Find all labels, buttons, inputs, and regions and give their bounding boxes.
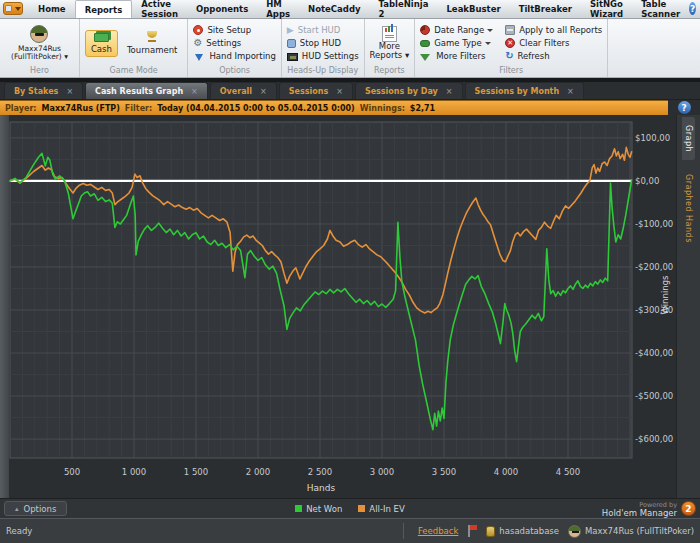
- close-icon[interactable]: ×: [336, 87, 343, 96]
- close-icon[interactable]: ×: [260, 87, 267, 96]
- active-player-status[interactable]: Maxx74Rus (FullTiltPoker): [568, 525, 694, 538]
- application-button[interactable]: [3, 2, 23, 15]
- more-reports-icon: [382, 26, 397, 42]
- report-tab-overall[interactable]: Overall×: [210, 82, 277, 99]
- group-label-hud: Heads-Up Display: [287, 66, 359, 77]
- menu-tab-tableninja-2[interactable]: TableNinja 2: [370, 0, 438, 18]
- report-tab-strip: By Stakes×Cash Results Graph×Overall×Ses…: [0, 82, 700, 100]
- menu-tab-active-session[interactable]: Active Session: [132, 0, 187, 18]
- date-range-icon: [420, 25, 430, 35]
- clear-filters-icon: ✕: [505, 38, 515, 48]
- menu-tab-notecaddy[interactable]: NoteCaddy: [299, 0, 369, 18]
- status-bar: Ready Feedback hasadatabase Maxx74Rus (F…: [0, 518, 700, 543]
- report-tab-sessions-by-day[interactable]: Sessions by Day×: [355, 82, 463, 99]
- graph-help-icon[interactable]: ?: [678, 101, 691, 114]
- cash-button[interactable]: Cash: [85, 30, 118, 57]
- x-tick-label: 1 000: [122, 467, 146, 477]
- menu-tab-hm-apps[interactable]: HM Apps: [257, 0, 299, 18]
- legend-swatch-all-in-ev: [358, 505, 365, 512]
- apply-icon: [505, 25, 515, 35]
- x-tick-label: 2 500: [308, 467, 332, 477]
- group-label-game-mode: Game Mode: [85, 66, 182, 77]
- tab-graph[interactable]: Graph: [682, 117, 695, 160]
- results-graph[interactable]: 5001 0001 5002 0002 5003 0003 5004 0004 …: [0, 115, 676, 498]
- brand-name: Hold'em Manager: [602, 509, 677, 517]
- stop-hud-button[interactable]: Stop HUD: [287, 38, 341, 49]
- close-icon[interactable]: ×: [446, 87, 453, 96]
- x-tick-label: 2 000: [246, 467, 270, 477]
- y-tick-label: $100,00: [635, 133, 670, 143]
- menu-tab-leakbuster[interactable]: LeakBuster: [437, 0, 509, 18]
- user-avatar-icon: [568, 525, 581, 538]
- x-tick-label: 500: [64, 467, 80, 477]
- report-tab-sessions[interactable]: Sessions×: [279, 82, 353, 99]
- group-label-reports: Reports: [370, 66, 410, 77]
- menu-tab-tiltbreaker[interactable]: TiltBreaker: [510, 0, 581, 18]
- ribbon-group-hero: Maxx74Rus (FullTiltPoker) ▾ Hero: [0, 19, 80, 77]
- help-icon[interactable]: ?: [689, 2, 696, 15]
- y-tick-label: -$400,00: [635, 348, 673, 358]
- close-icon[interactable]: ×: [567, 87, 574, 96]
- y-tick-label: $0,00: [635, 176, 659, 186]
- hand-importing-button[interactable]: Hand Importing: [193, 51, 275, 62]
- cash-icon: [94, 33, 109, 42]
- filter-value: Today (04.04.2015 0:00 to 05.04.2015 0:0…: [157, 104, 355, 113]
- ribbon-group-game-mode: Cash Tournament Game Mode: [80, 19, 188, 77]
- menu-tab-opponents[interactable]: Opponents: [187, 0, 257, 18]
- ribbon: Maxx74Rus (FullTiltPoker) ▾ Hero Cash To…: [0, 19, 700, 78]
- status-ready: Ready: [6, 526, 32, 536]
- start-hud-button[interactable]: ▶ Start HUD: [287, 25, 341, 36]
- chevron-up-icon: ▴: [15, 505, 19, 513]
- date-range-button[interactable]: Date Range: [420, 25, 493, 36]
- legend-bar: ▴ Options Net WonAll-In EV Powered by Ho…: [0, 498, 700, 518]
- legend-label: All-In EV: [369, 504, 404, 514]
- game-type-button[interactable]: Game Type: [420, 38, 491, 49]
- refresh-button[interactable]: ↻ Refresh: [505, 51, 550, 62]
- tab-graphed-hands[interactable]: Graphed Hands: [682, 166, 695, 251]
- x-tick-label: 3 000: [370, 467, 394, 477]
- trophy-icon: [147, 31, 157, 43]
- menu-tab-sitngo-wizard[interactable]: SitNGo Wizard: [581, 0, 632, 18]
- hud-settings-button[interactable]: HUD Settings: [287, 51, 359, 62]
- database-status[interactable]: hasadatabase: [486, 526, 559, 537]
- legend-item-net-won: Net Won: [295, 504, 342, 514]
- download-arrow-icon: [195, 54, 203, 61]
- application-icon: [5, 5, 12, 12]
- close-icon[interactable]: ×: [191, 87, 198, 96]
- winnings-value: $2,71: [410, 104, 435, 113]
- stop-icon: [287, 39, 296, 48]
- apply-to-all-reports-button[interactable]: Apply to all Reports: [505, 25, 602, 36]
- more-reports-button[interactable]: More Reports ▾: [370, 42, 410, 61]
- menu-tab-table-scanner[interactable]: Table Scanner: [632, 0, 689, 18]
- filter-label: Filter:: [125, 104, 152, 113]
- menu-tab-reports[interactable]: Reports: [75, 0, 133, 18]
- right-side-tabs: Graph Graphed Hands: [676, 115, 700, 498]
- player-label: Player:: [5, 104, 37, 113]
- ribbon-group-reports: More Reports ▾ Reports: [365, 19, 416, 77]
- close-icon[interactable]: ×: [66, 87, 73, 96]
- chevron-down-icon: [15, 7, 21, 11]
- feedback-link[interactable]: Feedback: [418, 526, 458, 536]
- hud-settings-icon: [287, 53, 298, 61]
- report-tab-cash-results-graph[interactable]: Cash Results Graph×: [85, 82, 208, 99]
- status-right-cluster: Feedback hasadatabase Maxx74Rus (FullTil…: [403, 523, 694, 539]
- play-icon: ▶: [287, 25, 294, 35]
- plot-background: [10, 122, 632, 458]
- player-value: Maxx74Rus (FTP): [42, 104, 120, 113]
- flag-icon[interactable]: [467, 525, 477, 537]
- powered-by: Powered by Hold'em Manager 2: [602, 499, 696, 518]
- more-filters-button[interactable]: More Filters: [420, 51, 485, 62]
- report-tab-sessions-by-month[interactable]: Sessions by Month×: [465, 82, 584, 99]
- options-button[interactable]: ▴ Options: [4, 501, 67, 516]
- report-tab-label: By Stakes: [14, 87, 58, 96]
- tournament-button[interactable]: Tournament: [122, 29, 183, 57]
- settings-button[interactable]: ⚙ Settings: [193, 38, 241, 49]
- hero-avatar[interactable]: [30, 25, 48, 43]
- report-tab-by-stakes[interactable]: By Stakes×: [4, 82, 83, 99]
- menu-tab-home[interactable]: Home: [29, 0, 75, 18]
- left-splitter[interactable]: [0, 115, 9, 498]
- ribbon-group-hud: ▶ Start HUD Stop HUD HUD Settings Heads-…: [282, 19, 365, 77]
- site-setup-button[interactable]: Site Setup: [193, 25, 251, 36]
- hero-name[interactable]: Maxx74Rus (FullTiltPoker) ▾: [11, 45, 68, 62]
- clear-filters-button[interactable]: ✕ Clear Filters: [505, 38, 569, 49]
